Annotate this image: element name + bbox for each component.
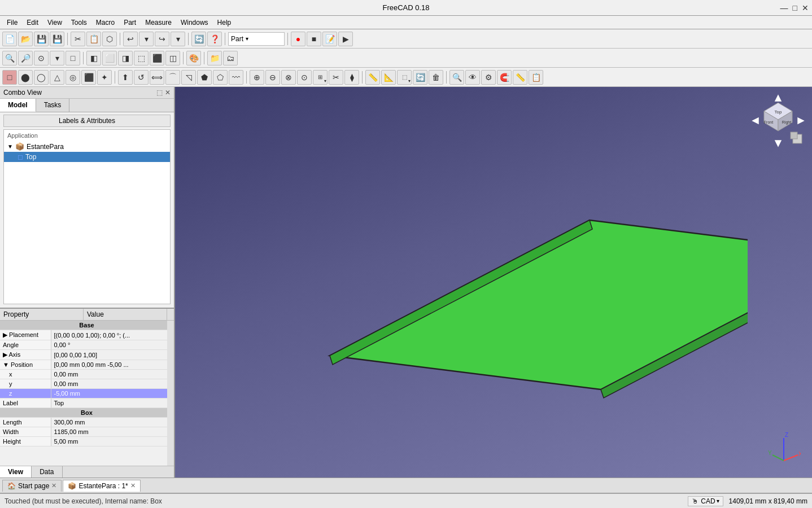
menu-item-tools[interactable]: Tools [67,17,91,28]
split-button[interactable]: ✂ [329,70,343,85]
prop-length-val[interactable]: 300,00 mm [51,418,174,427]
estantepara-close[interactable]: ✕ [130,482,136,489]
sweep-button[interactable]: 〰 [229,70,243,85]
torus-button[interactable]: ◎ [66,70,80,85]
tab-view[interactable]: View [0,466,32,478]
undo-button[interactable]: ↩ [123,32,138,46]
left-view-button[interactable]: ◫ [165,51,180,65]
view-standard-button[interactable]: □ [66,51,80,65]
texture-button[interactable]: 🎨 [186,51,201,65]
tab-model[interactable]: Model [0,99,36,112]
combo-close-button[interactable]: ✕ [165,89,171,97]
prop-scrollbar[interactable] [167,321,174,466]
front-view-button[interactable]: ◧ [86,51,101,65]
shape-button[interactable]: ✦ [97,70,112,85]
cylinder-button[interactable]: ⬤ [18,70,33,85]
tree-item-estantepara[interactable]: ▼ 📦 EstantePara [4,141,170,152]
menu-item-edit[interactable]: Edit [22,17,43,28]
measure-linear-button[interactable]: 📏 [365,70,380,85]
thickness-button[interactable]: ⬠ [213,70,228,85]
cone-button[interactable]: △ [50,70,64,85]
view-home-button[interactable]: ⊙ [34,51,49,65]
part-button[interactable]: ⬡ [102,32,117,46]
new-button[interactable]: 📄 [2,32,17,46]
prop-width-val[interactable]: 1185,00 mm [51,427,174,437]
open-folder-button[interactable]: 📁 [207,51,222,65]
rear-view-button[interactable]: ⬚ [134,51,149,65]
view-home-arrow[interactable]: ▾ [50,51,64,65]
tree-item-top[interactable]: ◻ Top [4,152,170,162]
view-settings-button[interactable]: ⚙ [481,70,496,85]
chamfer-button[interactable]: ◹ [181,70,196,85]
open-button[interactable]: 📂 [18,32,33,46]
play-button[interactable]: ▶ [338,32,353,46]
prop-x-val[interactable]: 0,00 mm [51,370,174,379]
measure3-button[interactable]: 📏 [513,70,527,85]
tab-estantepara[interactable]: 📦 EstantePara : 1* ✕ [63,480,140,492]
record-button[interactable]: ● [291,32,305,46]
snap-button[interactable]: 🧲 [497,70,512,85]
tube-button[interactable]: ⬛ [81,70,96,85]
prop-label-val[interactable]: Top [51,398,174,408]
start-page-close[interactable]: ✕ [51,482,56,489]
labels-attributes-button[interactable]: Labels & Attributes [3,115,171,127]
view-toggle-button[interactable]: 👁 [465,70,480,85]
prop-position-val[interactable]: [0,00 mm 0,00 mm -5,00 ... [51,360,174,370]
refresh-button[interactable]: 🔄 [191,32,206,46]
stop-button[interactable]: ■ [307,32,321,46]
intersect-button[interactable]: ⊗ [281,70,296,85]
refresh-measure-button[interactable]: 🔄 [413,70,427,85]
redo-dropdown[interactable]: ▾ [171,32,185,46]
sphere-button[interactable]: ◯ [34,70,49,85]
menu-item-part[interactable]: Part [119,17,141,28]
cut-button[interactable]: ✂ [71,32,85,46]
prop-height-val[interactable]: 5,00 mm [51,437,174,446]
menu-item-view[interactable]: View [43,17,67,28]
maximize-button[interactable]: □ [793,3,797,12]
prop-z-val[interactable]: -5,00 mm [51,389,174,398]
compound-button[interactable]: ⧫ [344,70,359,85]
revolve-button[interactable]: ↺ [134,70,149,85]
fit-selection-button[interactable]: 🔎 [18,51,33,65]
boolean-button[interactable]: ⊕ [250,70,264,85]
right-view-button[interactable]: ◨ [118,51,133,65]
top-view-button[interactable]: ⬜ [102,51,117,65]
cut-op-button[interactable]: ⊖ [265,70,280,85]
new-folder-button[interactable]: 🗂 [223,51,238,65]
fillet-button[interactable]: ⌒ [165,70,180,85]
prop-angle-val[interactable]: 0,00 ° [51,340,174,350]
macro-edit-button[interactable]: 📝 [322,32,337,46]
workbench-selector[interactable]: Part ▾ [228,32,285,46]
bottom-view-button[interactable]: ⬛ [150,51,164,65]
union-button[interactable]: ⊙ [297,70,312,85]
offset-button[interactable]: ⬟ [197,70,212,85]
measure-angular-button[interactable]: 📐 [381,70,396,85]
cad-indicator[interactable]: 🖱 CAD ▾ [688,496,723,506]
redo-button[interactable]: ↪ [155,32,169,46]
fit-all-2-button[interactable]: 🔍 [449,70,464,85]
report-button[interactable]: 📋 [529,70,543,85]
extrude-button[interactable]: ⬆ [118,70,133,85]
tab-start-page[interactable]: 🏠 Start page ✕ [2,480,62,492]
clear-measure-button[interactable]: 🗑 [429,70,443,85]
combo-float-button[interactable]: ⬚ [156,89,163,97]
save-button[interactable]: 💾 [50,32,64,46]
fit-all-button[interactable]: 🔍 [2,51,17,65]
help-button[interactable]: ❓ [207,32,222,46]
menu-item-help[interactable]: Help [213,17,236,28]
shape-join-button[interactable]: ⊞▾ [313,70,328,85]
menu-item-windows[interactable]: Windows [176,17,213,28]
minimize-button[interactable]: — [780,3,788,12]
copy-button[interactable]: 📋 [86,32,101,46]
box-button[interactable]: □ [2,70,17,85]
measure-dropdown[interactable]: ⬚▾ [397,70,412,85]
menu-item-file[interactable]: File [2,17,22,28]
undo-dropdown[interactable]: ▾ [139,32,154,46]
tab-tasks[interactable]: Tasks [36,99,70,112]
3d-viewport[interactable]: Top Front Right Z X [175,87,812,478]
navigation-cube[interactable]: Top Front Right [750,93,806,149]
menu-item-macro[interactable]: Macro [91,17,119,28]
save-recent-button[interactable]: 💾 [34,32,49,46]
mirror-button[interactable]: ⟺ [150,70,164,85]
tab-data[interactable]: Data [32,466,62,478]
